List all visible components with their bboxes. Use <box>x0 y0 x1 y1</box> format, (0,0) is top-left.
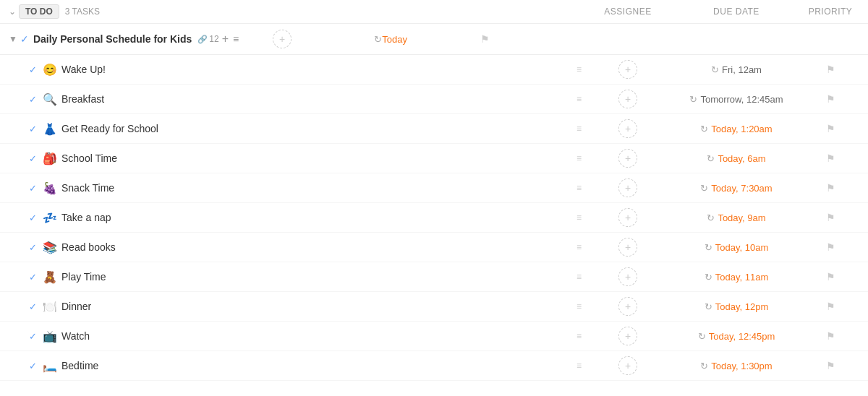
task-drag-handle[interactable]: ≡ <box>576 242 582 252</box>
task-assignee-avatar[interactable]: + <box>618 297 637 316</box>
section-assignee: + <box>239 30 326 48</box>
assignee-column-header: ASSIGNEE <box>584 7 671 17</box>
task-drag-handle[interactable]: ≡ <box>576 331 582 341</box>
task-assignee-avatar[interactable]: + <box>618 60 637 79</box>
task-row: ✓ 💤 Take a nap ≡ + ↻ Today, 9am ⚑ <box>0 203 868 233</box>
task-due-text: Today, 11am <box>715 272 768 283</box>
task-check-icon[interactable]: ✓ <box>29 331 37 342</box>
task-name: Get Ready for School <box>61 123 572 134</box>
section-assignee-avatar[interactable]: + <box>273 30 292 48</box>
task-priority: ⚑ <box>801 271 859 283</box>
section-check-icon[interactable]: ✓ <box>20 33 29 45</box>
task-flag-icon: ⚑ <box>826 301 835 312</box>
task-priority: ⚑ <box>801 360 859 371</box>
section-flag-icon: ⚑ <box>480 33 490 45</box>
section-menu-button[interactable]: ≡ <box>233 33 239 45</box>
task-check-icon[interactable]: ✓ <box>29 272 37 283</box>
task-name: Dinner <box>61 301 572 312</box>
task-due-text: Today, 1:30pm <box>711 361 772 371</box>
task-due-text: Today, 10am <box>715 242 768 253</box>
section-add-button[interactable]: + <box>222 33 229 46</box>
task-check-icon[interactable]: ✓ <box>29 124 37 134</box>
task-list: ✓ 😊 Wake Up! ≡ + ↻ Fri, 12am ⚑ ✓ 🔍 Break… <box>0 55 868 381</box>
task-clock-icon: ↻ <box>689 94 697 105</box>
task-flag-icon: ⚑ <box>826 330 835 342</box>
task-flag-icon: ⚑ <box>826 360 835 371</box>
section-count: 12 <box>209 34 218 44</box>
task-emoji: 💤 <box>43 211 57 225</box>
task-check-icon[interactable]: ✓ <box>29 153 37 164</box>
task-emoji: 🛏️ <box>43 359 57 373</box>
task-assignee-avatar[interactable]: + <box>618 267 637 286</box>
task-assignee: + <box>584 356 671 375</box>
task-drag-handle[interactable]: ≡ <box>576 94 582 104</box>
task-check-icon[interactable]: ✓ <box>29 301 37 312</box>
section-title: Daily Personal Schedule for Kids <box>33 33 192 45</box>
header-row: ⌄ TO DO 3 TASKS ASSIGNEE DUE DATE PRIORI… <box>0 0 868 24</box>
task-flag-icon: ⚑ <box>826 271 835 283</box>
task-clock-icon: ↻ <box>711 64 719 75</box>
task-assignee-avatar[interactable]: + <box>618 149 637 168</box>
task-assignee: + <box>584 208 671 227</box>
section-row: ▼ ✓ Daily Personal Schedule for Kids 🔗 1… <box>0 24 868 55</box>
task-drag-handle[interactable]: ≡ <box>576 272 582 282</box>
task-check-icon[interactable]: ✓ <box>29 183 37 194</box>
task-assignee-avatar[interactable]: + <box>618 238 637 257</box>
task-drag-handle[interactable]: ≡ <box>576 301 582 311</box>
task-row: ✓ 🔍 Breakfast ≡ + ↻ Tomorrow, 12:45am ⚑ <box>0 85 868 114</box>
task-check-icon[interactable]: ✓ <box>29 212 37 223</box>
task-assignee-avatar[interactable]: + <box>618 327 637 345</box>
task-drag-handle[interactable]: ≡ <box>576 153 582 163</box>
task-flag-icon: ⚑ <box>826 182 835 194</box>
task-check-icon[interactable]: ✓ <box>29 64 37 75</box>
task-assignee: + <box>584 60 671 79</box>
task-check-icon[interactable]: ✓ <box>29 242 37 253</box>
task-assignee: + <box>584 267 671 286</box>
task-flag-icon: ⚑ <box>826 64 835 75</box>
task-due-text: Fri, 12am <box>722 64 762 75</box>
task-assignee: + <box>584 178 671 197</box>
task-assignee-avatar[interactable]: + <box>618 178 637 197</box>
task-duedate: ↻ Today, 9am <box>671 212 801 223</box>
task-drag-handle[interactable]: ≡ <box>576 183 582 193</box>
section-expand-icon[interactable]: ▼ <box>9 34 17 44</box>
priority-column-header: PRIORITY <box>801 7 859 17</box>
task-emoji: 📚 <box>43 241 57 254</box>
task-duedate: ↻ Today, 1:30pm <box>671 361 801 371</box>
task-clock-icon: ↻ <box>698 331 706 342</box>
section-clock-icon: ↻ <box>374 34 382 45</box>
task-check-icon[interactable]: ✓ <box>29 361 37 371</box>
task-assignee-avatar[interactable]: + <box>618 356 637 375</box>
task-flag-icon: ⚑ <box>826 241 835 253</box>
task-due-text: Tomorrow, 12:45am <box>700 94 783 105</box>
task-name: Watch <box>61 330 572 342</box>
task-drag-handle[interactable]: ≡ <box>576 64 582 74</box>
section-priority: ⚑ <box>456 33 514 45</box>
task-clock-icon: ↻ <box>707 212 715 223</box>
task-drag-handle[interactable]: ≡ <box>576 124 582 134</box>
task-row: ✓ 🧸 Play Time ≡ + ↻ Today, 11am ⚑ <box>0 262 868 292</box>
task-flag-icon: ⚑ <box>826 152 835 164</box>
task-due-text: Today, 12:45pm <box>709 331 775 342</box>
task-check-icon[interactable]: ✓ <box>29 94 37 105</box>
collapse-icon[interactable]: ⌄ <box>9 7 16 17</box>
tasks-count: 3 TASKS <box>65 7 100 17</box>
task-drag-handle[interactable]: ≡ <box>576 212 582 223</box>
task-row: ✓ 🍽️ Dinner ≡ + ↻ Today, 12pm ⚑ <box>0 292 868 322</box>
task-assignee: + <box>584 297 671 316</box>
task-assignee-avatar[interactable]: + <box>618 90 637 108</box>
task-due-text: Today, 7:30am <box>711 183 772 194</box>
task-row: ✓ 🛏️ Bedtime ≡ + ↻ Today, 1:30pm ⚑ <box>0 351 868 381</box>
task-priority: ⚑ <box>801 212 859 223</box>
task-due-text: Today, 12pm <box>715 301 768 312</box>
task-drag-handle[interactable]: ≡ <box>576 361 582 371</box>
task-row: ✓ 🎒 School Time ≡ + ↻ Today, 6am ⚑ <box>0 144 868 173</box>
task-priority: ⚑ <box>801 330 859 342</box>
task-assignee-avatar[interactable]: + <box>618 119 637 138</box>
task-assignee-avatar[interactable]: + <box>618 208 637 227</box>
task-flag-icon: ⚑ <box>826 212 835 223</box>
task-priority: ⚑ <box>801 123 859 134</box>
task-name: Wake Up! <box>61 64 572 75</box>
task-emoji: 🍇 <box>43 181 57 195</box>
task-duedate: ↻ Today, 1:20am <box>671 124 801 134</box>
